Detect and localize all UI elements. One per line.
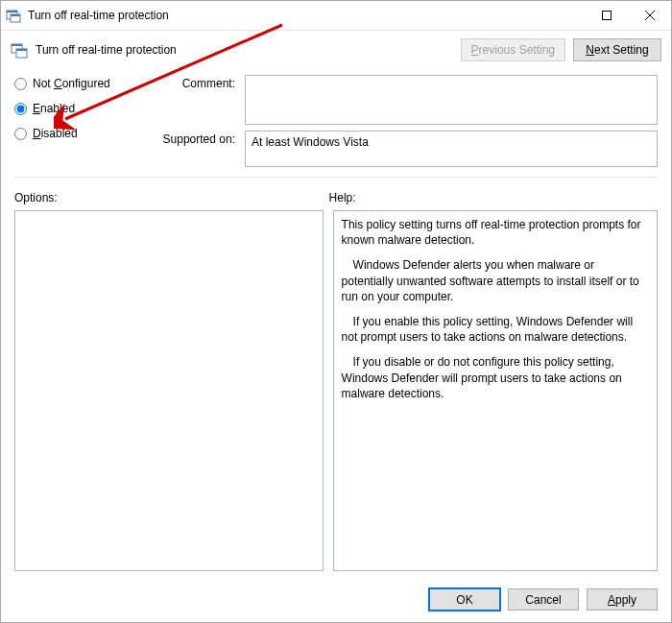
config-area: Not Configured Enabled Disabled Comment: [1, 75, 671, 191]
radio-not-configured-input[interactable] [14, 78, 27, 90]
options-label: Options: [14, 191, 324, 204]
state-radiogroup: Not Configured Enabled Disabled [14, 75, 141, 152]
radio-enabled-input[interactable] [14, 103, 27, 115]
policy-icon [11, 41, 28, 59]
maximize-icon [602, 11, 612, 20]
svg-rect-10 [16, 49, 27, 51]
supported-on-field [245, 131, 658, 167]
comment-field[interactable] [245, 75, 658, 125]
svg-rect-4 [602, 12, 611, 20]
maximize-button[interactable] [585, 2, 628, 30]
panes: This policy setting turns off real-time … [1, 204, 671, 581]
next-setting-button[interactable]: Next Setting [573, 38, 661, 61]
gpedit-icon [6, 8, 21, 23]
ok-button[interactable]: OK [429, 588, 500, 611]
separator [14, 177, 658, 178]
policy-header-icon [11, 41, 36, 59]
titlebar: Turn off real-time protection [1, 1, 671, 31]
help-paragraph: Windows Defender alerts you when malware… [342, 257, 649, 304]
radio-not-configured-label: Not Configured [33, 77, 110, 90]
window-icon [1, 8, 26, 23]
help-paragraph: This policy setting turns off real-time … [342, 217, 649, 248]
dialog-footer: OK Cancel Apply [1, 581, 671, 622]
cancel-button[interactable]: Cancel [508, 588, 579, 611]
apply-button[interactable]: Apply [587, 588, 658, 611]
svg-rect-3 [11, 14, 20, 16]
help-pane[interactable]: This policy setting turns off real-time … [333, 210, 658, 571]
radio-enabled-label: Enabled [33, 102, 75, 115]
pane-labels: Options: Help: [1, 191, 671, 204]
comment-label: Comment: [153, 75, 235, 90]
close-icon [645, 11, 655, 20]
radio-disabled-input[interactable] [14, 128, 27, 140]
options-pane[interactable] [14, 210, 324, 571]
close-button[interactable] [628, 2, 671, 30]
help-label: Help: [324, 191, 658, 204]
supported-on-label: Supported on: [153, 131, 235, 146]
help-paragraph: If you enable this policy setting, Windo… [342, 314, 649, 345]
svg-rect-8 [12, 44, 22, 46]
radio-enabled[interactable]: Enabled [14, 102, 141, 115]
radio-disabled-label: Disabled [33, 127, 78, 140]
policy-header: Turn off real-time protection Previous S… [1, 31, 671, 75]
window-title: Turn off real-time protection [26, 9, 585, 22]
help-paragraph: If you disable or do not configure this … [342, 354, 649, 401]
svg-rect-1 [7, 11, 17, 12]
policy-editor-window: Turn off real-time protection Turn off r… [0, 0, 672, 623]
previous-setting-button: Previous Setting [461, 38, 565, 61]
policy-title: Turn off real-time protection [36, 43, 453, 57]
radio-disabled[interactable]: Disabled [14, 127, 141, 140]
radio-not-configured[interactable]: Not Configured [14, 77, 141, 90]
